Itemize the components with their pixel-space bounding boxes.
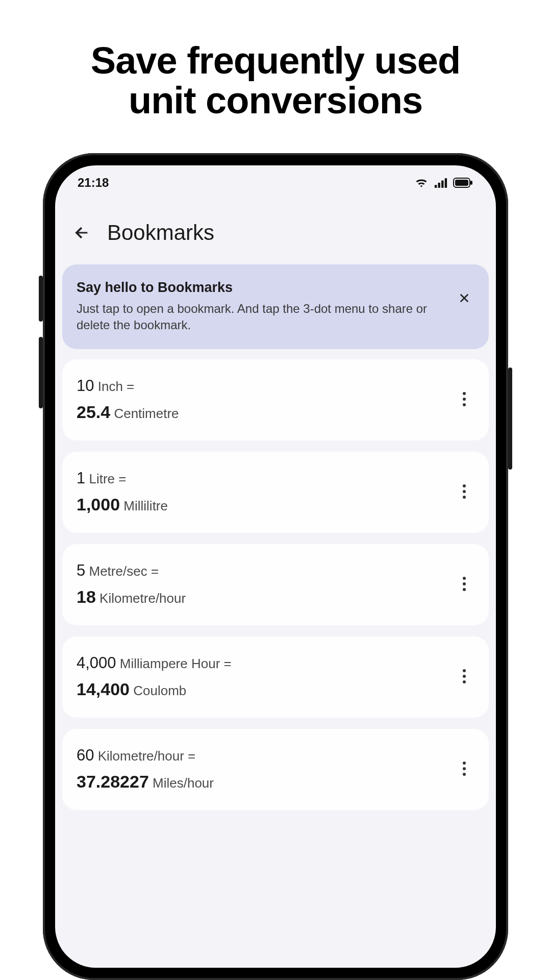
svg-point-13 xyxy=(463,577,466,580)
info-banner: Say hello to Bookmarks Just tap to open … xyxy=(62,264,489,349)
svg-rect-5 xyxy=(455,180,468,186)
battery-icon xyxy=(453,178,473,188)
bookmark-card[interactable]: 4,000 Milliampere Hour =14,400 Coulomb xyxy=(62,636,489,718)
status-bar: 21:18 xyxy=(55,165,496,195)
bookmark-to: 14,400 Coulomb xyxy=(77,679,446,699)
info-banner-title: Say hello to Bookmarks xyxy=(77,280,444,296)
svg-point-12 xyxy=(463,496,466,499)
bookmark-card[interactable]: 5 Metre/sec =18 Kilometre/hour xyxy=(62,544,489,625)
page-title: Bookmarks xyxy=(107,220,214,245)
more-options-button[interactable] xyxy=(454,569,474,599)
bookmark-from: 4,000 Milliampere Hour = xyxy=(77,654,446,672)
to-value: 1,000 xyxy=(77,495,120,514)
phone-frame: 21:18 xyxy=(43,153,508,980)
from-unit: Inch xyxy=(98,379,123,394)
hero-heading: Save frequently used unit conversions xyxy=(0,0,551,120)
equals-sign: = xyxy=(151,564,159,579)
signal-icon xyxy=(434,177,448,188)
equals-sign: = xyxy=(127,379,134,394)
svg-point-16 xyxy=(463,669,466,672)
to-unit: Coulomb xyxy=(133,683,186,698)
from-unit: Milliampere Hour xyxy=(120,656,220,671)
bookmark-from: 5 Metre/sec = xyxy=(77,561,446,580)
phone-side-button xyxy=(39,276,43,322)
bookmark-card[interactable]: 10 Inch =25.4 Centimetre xyxy=(62,359,489,440)
svg-rect-3 xyxy=(445,178,447,188)
more-vert-icon xyxy=(462,761,466,776)
bookmark-to: 1,000 Millilitre xyxy=(77,495,446,514)
info-banner-body: Just tap to open a bookmark. And tap the… xyxy=(77,301,444,334)
from-value: 4,000 xyxy=(77,654,116,672)
bookmark-from: 60 Kilometre/hour = xyxy=(77,746,446,765)
bookmark-to: 18 Kilometre/hour xyxy=(77,587,446,607)
from-value: 60 xyxy=(77,746,94,764)
status-time: 21:18 xyxy=(78,176,109,190)
hero-line-1: Save frequently used xyxy=(0,41,551,81)
svg-point-9 xyxy=(463,403,466,406)
app-bar: Bookmarks xyxy=(55,195,496,260)
close-icon xyxy=(458,291,471,305)
phone-side-button xyxy=(508,368,512,470)
from-value: 1 xyxy=(77,469,85,487)
bookmark-from: 1 Litre = xyxy=(77,469,446,487)
more-vert-icon xyxy=(462,391,466,407)
from-unit: Metre/sec xyxy=(89,564,147,579)
svg-point-10 xyxy=(463,484,466,487)
svg-rect-6 xyxy=(470,181,472,185)
status-icons xyxy=(414,177,473,188)
svg-point-7 xyxy=(463,392,466,395)
to-unit: Miles/hour xyxy=(153,775,214,791)
svg-rect-0 xyxy=(435,185,437,188)
wifi-icon xyxy=(414,177,429,188)
svg-point-18 xyxy=(463,680,466,683)
to-unit: Millilitre xyxy=(123,498,168,513)
svg-point-19 xyxy=(463,762,466,765)
svg-point-17 xyxy=(463,675,466,678)
equals-sign: = xyxy=(188,748,195,764)
bookmark-from: 10 Inch = xyxy=(77,377,446,395)
bookmark-card[interactable]: 1 Litre =1,000 Millilitre xyxy=(62,452,489,533)
bookmark-to: 25.4 Centimetre xyxy=(77,402,446,422)
svg-point-15 xyxy=(463,588,466,591)
more-vert-icon xyxy=(462,484,466,499)
svg-rect-1 xyxy=(438,183,440,188)
from-value: 5 xyxy=(77,561,85,579)
bookmark-card[interactable]: 60 Kilometre/hour =37.28227 Miles/hour xyxy=(62,729,489,810)
to-unit: Centimetre xyxy=(114,406,179,421)
svg-point-14 xyxy=(463,582,466,585)
svg-point-21 xyxy=(463,773,466,776)
to-value: 14,400 xyxy=(77,679,130,699)
svg-point-20 xyxy=(463,767,466,770)
back-button[interactable] xyxy=(70,222,93,244)
from-unit: Kilometre/hour xyxy=(98,748,184,764)
arrow-left-icon xyxy=(73,224,90,241)
to-value: 37.28227 xyxy=(77,772,149,791)
bookmark-list: 10 Inch =25.4 Centimetre1 Litre =1,000 M… xyxy=(55,359,496,810)
more-vert-icon xyxy=(462,576,466,592)
to-value: 25.4 xyxy=(77,402,110,422)
more-options-button[interactable] xyxy=(454,753,474,784)
to-value: 18 xyxy=(77,587,96,606)
equals-sign: = xyxy=(118,471,126,486)
more-vert-icon xyxy=(462,669,466,684)
more-options-button[interactable] xyxy=(454,384,474,414)
from-value: 10 xyxy=(77,377,94,395)
svg-point-8 xyxy=(463,398,466,401)
screen: 21:18 xyxy=(55,165,496,968)
phone-side-button xyxy=(39,337,43,408)
more-options-button[interactable] xyxy=(454,476,474,507)
bookmark-to: 37.28227 Miles/hour xyxy=(77,772,446,792)
more-options-button[interactable] xyxy=(454,661,474,692)
to-unit: Kilometre/hour xyxy=(99,591,186,606)
svg-rect-2 xyxy=(441,181,443,188)
equals-sign: = xyxy=(224,656,232,671)
svg-point-11 xyxy=(463,490,466,493)
close-banner-button[interactable] xyxy=(454,288,474,308)
hero-line-2: unit conversions xyxy=(0,81,551,120)
from-unit: Litre xyxy=(89,471,115,486)
